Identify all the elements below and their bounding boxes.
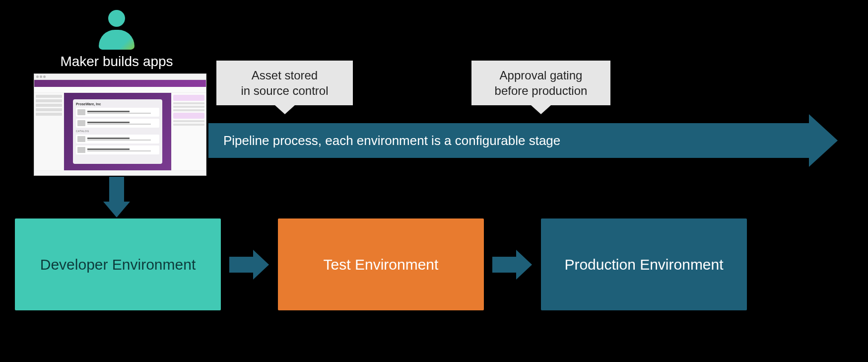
arrow-down-icon: [103, 177, 130, 217]
thumb-command-bar: [34, 87, 206, 93]
callout-line: in source control: [241, 84, 328, 97]
callout-asset-stored: Asset stored in source control: [216, 61, 353, 105]
callout-line: before production: [495, 84, 588, 97]
test-environment-box: Test Environment: [278, 218, 484, 310]
thumb-right-pane: [171, 93, 206, 170]
thumb-browser-bar: [34, 74, 206, 80]
env-label: Developer Environment: [40, 256, 196, 273]
pipeline-arrow: Pipeline process, each environment is a …: [208, 123, 839, 158]
env-label: Test Environment: [324, 256, 439, 273]
thumb-app-header: [34, 80, 206, 87]
callout-line: Approval gating: [500, 69, 583, 82]
thumb-body: ProseWare, Inc CATALOG: [34, 93, 206, 170]
callout-approval-gating: Approval gating before production: [471, 61, 610, 105]
developer-environment-box: Developer Environment: [15, 218, 221, 310]
app-screenshot-thumbnail: ProseWare, Inc CATALOG: [34, 73, 206, 176]
thumb-footer: [34, 170, 206, 175]
production-environment-box: Production Environment: [541, 218, 747, 310]
pipeline-text: Pipeline process, each environment is a …: [223, 133, 560, 148]
person-icon: [97, 10, 136, 50]
env-label: Production Environment: [564, 256, 723, 273]
thumb-card: ProseWare, Inc CATALOG: [73, 99, 162, 164]
callout-line: Asset stored: [252, 69, 318, 82]
thumb-canvas: ProseWare, Inc CATALOG: [64, 93, 171, 170]
arrow-right-icon: [492, 250, 532, 280]
thumb-catalog-label: CATALOG: [76, 130, 159, 133]
maker-label: Maker builds apps: [40, 54, 194, 70]
arrow-right-icon: [229, 250, 269, 280]
thumb-company-name: ProseWare, Inc: [76, 102, 159, 106]
thumb-sidebar: [34, 93, 64, 170]
